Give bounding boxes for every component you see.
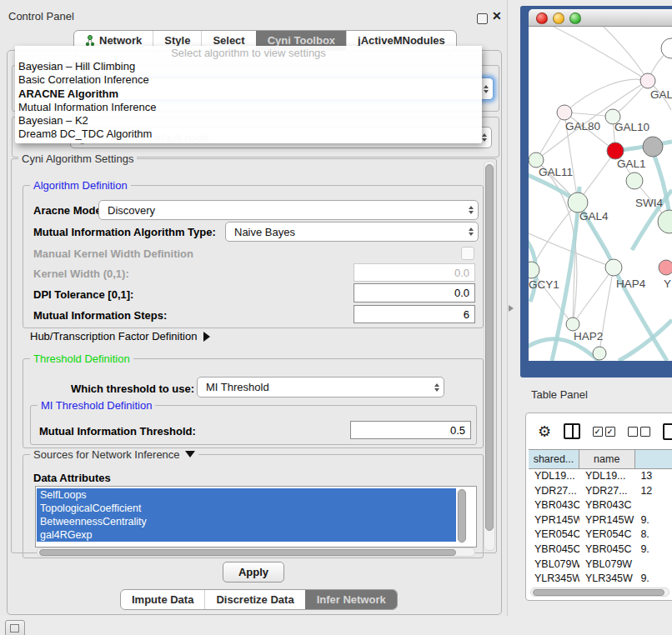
node-label: GAL1 <box>617 158 646 170</box>
table-cell[interactable]: 9. <box>634 513 672 528</box>
data-attribute-item[interactable]: gal4RGexp <box>37 528 456 542</box>
network-node-gal80[interactable] <box>557 105 572 120</box>
network-node-y[interactable] <box>659 260 672 275</box>
hub-definition-toggle[interactable]: Hub/Transcription Factor Definition <box>30 330 210 342</box>
table-row[interactable]: YBL079WYBL079W <box>529 558 672 572</box>
float-panel-icon[interactable] <box>477 13 488 24</box>
mi-steps-field[interactable] <box>354 305 475 323</box>
settings-scrollbar[interactable] <box>484 161 495 551</box>
table-row[interactable]: YBR043CYBR043C <box>529 498 672 513</box>
table-cell[interactable]: YLR345W <box>579 572 635 587</box>
table-cell[interactable]: 13 <box>634 469 672 484</box>
table-cell[interactable]: YDR27... <box>529 484 579 499</box>
column-header[interactable] <box>635 450 672 468</box>
attr-list-hscrollbar[interactable] <box>37 548 475 557</box>
table-cell[interactable]: YPR145W <box>579 513 635 528</box>
table-row[interactable]: YLR345WYLR345W9. <box>529 572 672 587</box>
table-row[interactable]: YER054CYER054C8. <box>529 528 672 542</box>
gear-icon[interactable]: ⚙ <box>538 424 551 439</box>
table-row[interactable]: YBR045CYBR045C9. <box>529 542 672 558</box>
attr-list-scrollbar[interactable] <box>457 488 466 543</box>
network-view-window[interactable]: GALGAL80GAL10GAL1GAL11SWI4GAL4GCY1HAP4YH… <box>520 6 672 378</box>
data-attribute-item[interactable]: TopologicalCoefficient <box>37 502 456 515</box>
algorithm-option[interactable]: Mutual Information Inference <box>15 101 482 114</box>
table-cell[interactable]: 9. <box>634 542 672 558</box>
minimize-window-icon[interactable] <box>553 12 564 24</box>
data-attribute-item[interactable]: BetweennessCentrality <box>37 515 456 528</box>
column-header[interactable]: shared... <box>529 450 579 468</box>
node-table: shared...name YDL19...YDL19...13YDR27...… <box>529 449 672 597</box>
table-hscrollbar[interactable] <box>530 588 669 597</box>
network-node-swi4[interactable] <box>658 210 672 233</box>
select-all-icon[interactable]: ✓✓ <box>593 427 615 437</box>
close-window-icon[interactable] <box>536 12 548 24</box>
sources-group-title[interactable]: Sources for Network Inference <box>30 448 198 461</box>
tab-discretize-data[interactable]: Discretize Data <box>204 590 304 609</box>
algorithm-option[interactable]: Dream8 DC_TDC Algorithm <box>15 128 482 141</box>
network-node-hap2[interactable] <box>566 318 579 331</box>
algorithm-option[interactable]: ARACNE Algorithm <box>15 88 482 101</box>
network-node-gal1[interactable] <box>626 172 643 189</box>
kernel-width-field[interactable] <box>354 263 475 282</box>
zoom-window-icon[interactable] <box>569 12 581 24</box>
network-node[interactable] <box>643 137 663 157</box>
combo-stepper-icon <box>434 383 439 392</box>
table-row[interactable]: YPR145WYPR145W9. <box>529 513 672 528</box>
deselect-all-icon[interactable] <box>628 427 650 437</box>
which-threshold-combo[interactable]: MI Threshold <box>197 377 444 398</box>
mi-type-combo[interactable]: Naive Bayes <box>225 222 479 242</box>
table-cell[interactable]: YER054C <box>579 528 635 542</box>
table-cell[interactable]: YPR145W <box>529 513 579 528</box>
network-node-hap4[interactable] <box>605 259 622 276</box>
table-cell[interactable]: YLR345W <box>529 572 579 587</box>
table-row[interactable]: YDL19...YDL19...13 <box>529 469 672 484</box>
network-tab-icon <box>85 35 95 47</box>
table-cell[interactable] <box>634 498 672 513</box>
export-table-icon[interactable] <box>663 423 672 440</box>
data-attribute-item[interactable]: SelfLoops <box>37 488 456 502</box>
table-row[interactable]: YDR27...YDR27...12 <box>529 484 672 499</box>
table-cell[interactable] <box>634 558 672 572</box>
table-cell[interactable]: YDL19... <box>529 469 579 484</box>
algorithm-option[interactable]: Basic Correlation Inference <box>15 73 482 87</box>
apply-button[interactable]: Apply <box>223 562 284 582</box>
table-hscrollbar-thumb[interactable] <box>533 589 664 596</box>
kernel-width-label: Kernel Width (0,1): <box>33 268 129 280</box>
table-cell[interactable]: YBR045C <box>579 542 635 558</box>
network-window-titlebar[interactable] <box>529 9 672 27</box>
settings-scrollbar-thumb[interactable] <box>485 164 494 531</box>
table-cell[interactable]: YDR27... <box>579 484 635 499</box>
table-cell[interactable]: YBL079W <box>529 558 579 572</box>
tab-impute-data[interactable]: Impute Data <box>121 590 204 609</box>
tab-infer-network[interactable]: Infer Network <box>305 590 397 609</box>
network-canvas[interactable]: GALGAL80GAL10GAL1GAL11SWI4GAL4GCY1HAP4YH… <box>529 27 672 361</box>
combo-stepper-icon <box>482 133 487 142</box>
network-node[interactable] <box>607 142 624 159</box>
restore-panel-button[interactable] <box>5 620 25 635</box>
table-cell[interactable]: YER054C <box>529 528 579 542</box>
split-panel-icon[interactable] <box>564 423 579 439</box>
close-panel-icon[interactable]: ✕ <box>492 9 502 22</box>
table-cell[interactable]: 12 <box>634 484 672 499</box>
aracne-mode-combo[interactable]: Discovery <box>98 200 479 220</box>
table-cell[interactable]: 8. <box>634 528 672 542</box>
mi-threshold-field[interactable] <box>350 421 471 439</box>
attr-list-scrollbar-thumb[interactable] <box>458 489 466 542</box>
manual-kernel-checkbox[interactable] <box>461 247 474 260</box>
network-node[interactable] <box>661 38 672 58</box>
table-cell[interactable]: YBR043C <box>579 498 635 513</box>
table-cell[interactable]: YBR045C <box>529 542 579 558</box>
dpi-tolerance-field[interactable] <box>354 283 475 302</box>
table-cell[interactable]: YBL079W <box>579 558 635 572</box>
column-header[interactable]: name <box>579 450 635 468</box>
node-label: GAL11 <box>539 166 573 178</box>
algorithm-option[interactable]: Bayesian – Hill Climbing <box>15 60 482 73</box>
table-cell[interactable]: YDL19... <box>579 469 635 484</box>
network-node[interactable] <box>593 347 606 360</box>
table-rows: YDL19...YDL19...13YDR27...YDR27...12YBR0… <box>529 469 672 587</box>
table-cell[interactable]: 9. <box>634 572 672 587</box>
table-cell[interactable]: YBR043C <box>529 498 579 513</box>
algorithm-option[interactable]: Bayesian – K2 <box>15 114 482 128</box>
network-node-gal[interactable] <box>640 73 655 88</box>
attr-list-hscrollbar-thumb[interactable] <box>39 549 456 556</box>
